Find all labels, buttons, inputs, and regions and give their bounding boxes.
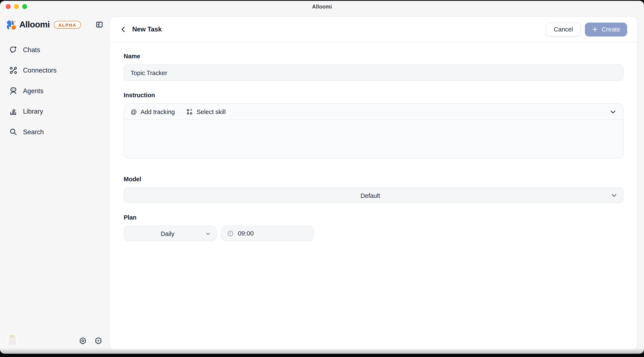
- app-window: Alloomi: [0, 1, 644, 354]
- add-tracking-label: Add tracking: [140, 108, 175, 115]
- main-panel: New Task Cancel Create Name: [110, 16, 638, 351]
- plan-label: Plan: [124, 214, 623, 221]
- chevron-down-icon: [611, 192, 618, 199]
- model-section: Model Default: [124, 176, 623, 203]
- plan-frequency-select[interactable]: Daily: [124, 226, 217, 241]
- model-label: Model: [124, 176, 623, 183]
- plan-frequency-value: Daily: [130, 230, 205, 237]
- header-actions: Cancel Create: [546, 22, 627, 36]
- alloomi-logo-icon: [6, 20, 16, 29]
- model-select-value: Default: [130, 192, 610, 199]
- zoom-window-button[interactable]: [22, 4, 27, 9]
- name-section: Name: [124, 52, 623, 81]
- sidebar-item-chats[interactable]: Chats: [6, 43, 104, 57]
- plan-time-value: 09:00: [238, 230, 254, 237]
- clock-icon: [227, 230, 234, 237]
- select-skill-label: Select skill: [196, 108, 226, 115]
- instruction-editor: @ Add tracking Select skill: [124, 103, 623, 158]
- macos-titlebar: Alloomi: [0, 1, 644, 12]
- instruction-toolbar: @ Add tracking Select skill: [124, 104, 623, 120]
- instruction-section: Instruction @ Add tracking: [124, 91, 623, 158]
- page-title: New Task: [132, 26, 162, 33]
- sidebar-nav: Chats Connectors: [6, 43, 104, 139]
- new-task-form: Name Instruction @ Add tracking: [110, 42, 637, 252]
- sidebar-item-connectors[interactable]: Connectors: [6, 63, 104, 77]
- sidebar-item-label: Search: [23, 128, 44, 136]
- sidebar-footer: [6, 334, 104, 348]
- settings-nut-icon[interactable]: [79, 337, 87, 345]
- name-label: Name: [124, 52, 623, 59]
- nodes-icon: [9, 66, 18, 74]
- close-window-button[interactable]: [6, 4, 11, 9]
- robot-icon: [9, 87, 18, 95]
- name-input[interactable]: [124, 64, 623, 81]
- avatar[interactable]: [6, 334, 19, 347]
- model-select[interactable]: Default: [124, 187, 623, 203]
- sidebar-item-label: Agents: [23, 87, 44, 95]
- instruction-textarea[interactable]: [124, 120, 623, 158]
- skill-sparkle-icon: [186, 108, 193, 115]
- sidebar-item-search[interactable]: Search: [6, 125, 104, 139]
- alpha-badge: ALPHA: [54, 21, 81, 28]
- create-button[interactable]: Create: [585, 22, 627, 36]
- avatar-image-detail: [8, 336, 16, 345]
- sidebar-item-label: Chats: [23, 46, 40, 54]
- at-icon: @: [130, 108, 137, 115]
- add-tracking-button[interactable]: @ Add tracking: [130, 108, 175, 115]
- minimize-window-button[interactable]: [14, 4, 19, 9]
- cancel-button[interactable]: Cancel: [546, 22, 581, 36]
- window-title: Alloomi: [312, 3, 332, 9]
- sidebar-item-label: Library: [23, 108, 43, 115]
- stack-icon: [9, 107, 18, 115]
- sidebar: Alloomi ALPHA Chats: [0, 12, 110, 354]
- plan-row: Daily 09:00: [124, 226, 623, 241]
- instruction-label: Instruction: [124, 91, 623, 98]
- footer-icons: [79, 337, 102, 345]
- sidebar-item-agents[interactable]: Agents: [6, 84, 104, 98]
- back-chevron-icon[interactable]: [120, 26, 127, 33]
- traffic-lights: [6, 4, 27, 9]
- sidebar-item-label: Connectors: [23, 67, 57, 74]
- chevron-down-icon: [205, 231, 210, 236]
- screen: Alloomi: [0, 0, 644, 357]
- plan-time-input[interactable]: 09:00: [221, 226, 314, 241]
- page-header: New Task Cancel Create: [110, 17, 637, 42]
- magnifier-icon: [9, 128, 18, 136]
- brand-row: Alloomi ALPHA: [6, 20, 104, 29]
- create-button-label: Create: [602, 26, 620, 33]
- sparkle-gear-icon[interactable]: [94, 337, 102, 345]
- plan-section: Plan Daily: [124, 214, 623, 241]
- plus-icon: [592, 26, 598, 32]
- brand-name: Alloomi: [20, 20, 50, 29]
- sidebar-item-library[interactable]: Library: [6, 104, 104, 118]
- toolbar-chevron-down-icon[interactable]: [610, 108, 616, 115]
- sidebar-collapse-icon[interactable]: [96, 21, 103, 28]
- chat-sparkle-icon: [9, 45, 18, 54]
- select-skill-button[interactable]: Select skill: [186, 108, 226, 115]
